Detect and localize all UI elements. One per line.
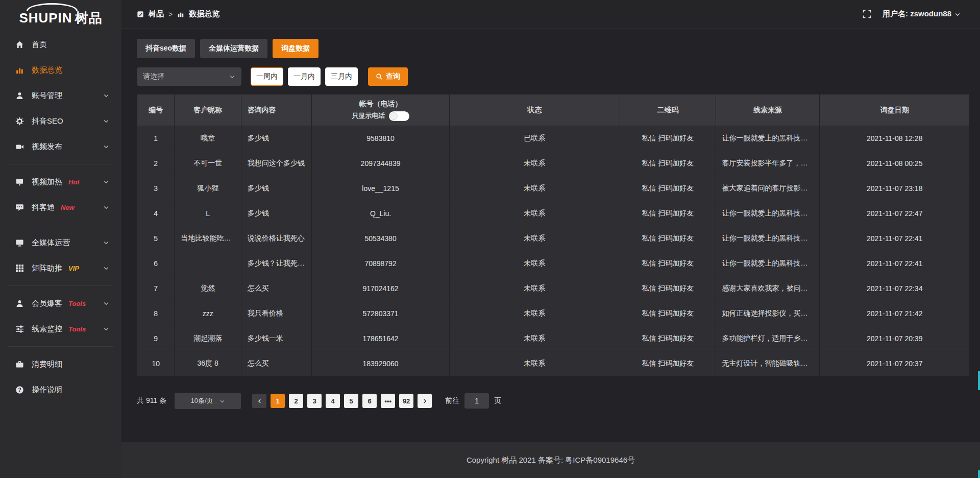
cell-account: 50534380 (312, 226, 449, 251)
sidebar-divider (8, 285, 113, 286)
chevron-left-icon (257, 398, 262, 404)
range-week-button[interactable]: 一周内 (251, 67, 283, 86)
chevron-down-icon (103, 265, 109, 271)
range-month-button[interactable]: 一月内 (288, 67, 321, 86)
cell-qrcode-link[interactable]: 私信 扫码加好友 (620, 126, 716, 151)
pager-page-2[interactable]: 2 (289, 394, 303, 408)
cell-source-link[interactable]: 让你一眼就爱上的黑科技，能... (716, 251, 820, 276)
breadcrumb-separator: > (168, 10, 173, 18)
cell-qrcode-link[interactable]: 私信 扫码加好友 (620, 301, 716, 326)
search-button[interactable]: 查询 (368, 67, 408, 86)
sidebar-item-video-publish[interactable]: 视频发布 (0, 134, 121, 159)
pager-page-92[interactable]: 92 (399, 394, 413, 408)
chevron-down-icon (954, 11, 961, 17)
sidebar-item-operation-guide[interactable]: ? 操作说明 (0, 377, 121, 402)
cell-qrcode-link[interactable]: 私信 扫码加好友 (620, 201, 716, 226)
sidebar-item-data-overview[interactable]: 数据总览 (0, 57, 121, 83)
breadcrumb-current: 数据总览 (189, 9, 219, 19)
scrollbar-thumb[interactable] (978, 470, 980, 478)
app-icon (137, 11, 144, 18)
filter-select[interactable]: 请选择 (137, 67, 241, 86)
pager-page-3[interactable]: 3 (307, 394, 322, 408)
sidebar-item-doukertong[interactable]: 抖客通 New (0, 195, 121, 220)
sidebar-item-label: 账号管理 (32, 91, 62, 101)
sidebar-item-matrix-boost[interactable]: 矩阵助推 VIP (0, 255, 121, 281)
goto-page-input[interactable] (464, 393, 489, 409)
status-badge: 未联系 (449, 226, 620, 251)
chevron-down-icon (103, 92, 109, 99)
sidebar-item-account-management[interactable]: 账号管理 (0, 83, 121, 108)
logo: SHUPIN树品 (0, 0, 121, 29)
sidebar-item-lead-monitoring[interactable]: 线索监控 Tools (0, 316, 121, 342)
sidebar-item-consumption-details[interactable]: 消费明细 (0, 351, 121, 377)
sidebar-item-label: 数据总览 (32, 65, 62, 75)
pager-page-5[interactable]: 5 (344, 394, 358, 408)
cell-content: 多少钱一米 (241, 326, 312, 351)
cell-source-link[interactable]: 感谢大家喜欢我家，被问了好... (716, 276, 820, 301)
tab-douyin-seo-data[interactable]: 抖音seo数据 (137, 39, 195, 58)
cell-source-link[interactable]: 让你一眼就爱上的黑科技，能... (716, 201, 820, 226)
pager-page-1[interactable]: 1 (271, 394, 285, 408)
cell-qrcode-link[interactable]: 私信 扫码加好友 (620, 176, 716, 201)
cell-date: 2021-11-07 23:18 (820, 176, 970, 201)
sidebar-item-all-media-operation[interactable]: 全媒体运营 (0, 230, 121, 255)
search-icon (376, 73, 383, 80)
cell-account: Q_Liu. (312, 201, 449, 226)
cell-source-link[interactable]: 客厅安装投影半年多了，真实... (716, 151, 820, 176)
cell-qrcode-link[interactable]: 私信 扫码加好友 (620, 226, 716, 251)
sliders-icon (15, 325, 24, 333)
phone-only-label: 只显示电话 (352, 111, 385, 121)
sidebar-item-video-heating[interactable]: 视频加热 Hot (0, 169, 121, 195)
pager-page-6[interactable]: 6 (362, 394, 377, 408)
bar-chart-icon (15, 66, 24, 75)
cell-qrcode-link[interactable]: 私信 扫码加好友 (620, 151, 716, 176)
page-size-select[interactable]: 10条/页 (175, 393, 241, 409)
cell-qrcode-link[interactable]: 私信 扫码加好友 (620, 351, 716, 376)
cell-content: 说说价格让我死心 (241, 226, 312, 251)
cell-source-link[interactable]: 多功能护栏灯，适用于乡村文... (716, 326, 820, 351)
sidebar-item-home[interactable]: 首页 (0, 32, 121, 57)
phone-only-toggle[interactable] (389, 111, 409, 121)
grid-icon (15, 264, 24, 273)
sidebar-nav: 首页 数据总览 账号管理 抖音SEO 视频发布 (0, 29, 121, 402)
gear-icon (15, 117, 24, 126)
fullscreen-icon[interactable] (863, 10, 871, 18)
cell-date: 2021-11-07 22:47 (820, 201, 970, 226)
range-quarter-button[interactable]: 三月内 (325, 67, 358, 86)
cell-date: 2021-11-07 20:37 (820, 351, 970, 376)
tab-inquiry-data[interactable]: 询盘数据 (273, 39, 318, 58)
status-badge: 未联系 (449, 151, 620, 176)
chevron-down-icon (103, 326, 109, 332)
user-menu[interactable]: 用户名: zswodun88 (883, 9, 961, 19)
cell-source-link[interactable]: 让你一眼就爱上的黑科技，能... (716, 226, 820, 251)
logo-arc (27, 3, 78, 11)
cell-qrcode-link[interactable]: 私信 扫码加好友 (620, 276, 716, 301)
pager-prev-button[interactable] (252, 394, 266, 408)
scrollbar-thumb[interactable] (978, 371, 980, 390)
chevron-down-icon (103, 240, 109, 246)
table-row: 2 不可一世 我想问这个多少钱 2097344839 未联系 私信 扫码加好友 … (137, 151, 970, 176)
cell-source-link[interactable]: 无主灯设计，智能磁吸轨道灯... (716, 351, 820, 376)
pager-page-4[interactable]: 4 (326, 394, 340, 408)
copyright-text: Copyright 树品 2021 备案号: 粤ICP备09019646号 (467, 456, 635, 465)
cell-qrcode-link[interactable]: 私信 扫码加好友 (620, 251, 716, 276)
pager-ellipsis[interactable]: ••• (381, 394, 395, 408)
table-row: 9 潮起潮落 多少钱一米 178651642 未联系 私信 扫码加好友 多功能护… (137, 326, 970, 351)
tab-media-operation-data[interactable]: 全媒体运营数据 (200, 39, 267, 58)
cell-account: 183929060 (312, 351, 449, 376)
cell-nickname: L (175, 201, 241, 226)
cell-source-link[interactable]: 如何正确选择投影仪，买投影... (716, 301, 820, 326)
col-header-account: 帐号（电话） 只显示电话 (312, 94, 449, 126)
topbar-right: 用户名: zswodun88 (863, 9, 961, 19)
pager-next-button[interactable] (418, 394, 432, 408)
cell-content: 我只看价格 (241, 301, 312, 326)
cell-qrcode-link[interactable]: 私信 扫码加好友 (620, 326, 716, 351)
sidebar-item-douyin-seo[interactable]: 抖音SEO (0, 108, 121, 134)
user-icon (15, 299, 24, 308)
breadcrumb-root[interactable]: 树品 (149, 9, 164, 19)
cell-source-link[interactable]: 让你一眼就爱上的黑科技，能... (716, 126, 820, 151)
cell-source-link[interactable]: 被大家追着问的客厅投影分享... (716, 176, 820, 201)
hot-badge: Hot (68, 178, 80, 186)
total-count: 共 911 条 (137, 396, 166, 405)
sidebar-item-member-baoke[interactable]: 会员爆客 Tools (0, 291, 121, 316)
